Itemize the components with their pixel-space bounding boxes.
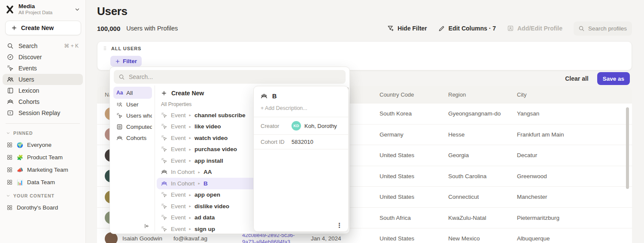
- product-team-emoji: 🧩: [17, 155, 23, 161]
- workspace-name: Media: [18, 3, 70, 10]
- plus-icon: [115, 59, 120, 64]
- add-filter-button[interactable]: Filter: [110, 56, 142, 67]
- hide-filter-button[interactable]: Hide Filter: [387, 25, 427, 32]
- search-profiles-box[interactable]: [574, 21, 632, 36]
- events-icon: [161, 214, 167, 221]
- add-edit-profile-button[interactable]: Add/Edit Profile: [507, 25, 562, 32]
- add-description-button[interactable]: + Add Description...: [254, 103, 348, 117]
- sidebar: Media All Project Data Create New Search…: [0, 0, 86, 243]
- board-label: Product Team: [27, 154, 63, 161]
- plus-icon: [161, 90, 167, 96]
- drag-handle-icon[interactable]: [102, 46, 108, 51]
- creator-name: Koh, Dorothy: [304, 123, 337, 129]
- sidebar-item-users[interactable]: Users: [3, 74, 83, 85]
- sidebar-item-lexicon[interactable]: Lexicon: [3, 85, 83, 96]
- category-all[interactable]: Aa All: [113, 87, 152, 99]
- user-region: South Carolina: [448, 173, 517, 179]
- edit-columns-button[interactable]: Edit Columns · 7: [438, 25, 496, 32]
- user-country: South Korea: [380, 110, 448, 117]
- user-date: Jan 4, 2024: [311, 235, 380, 242]
- computed-icon: [116, 124, 123, 130]
- sidebar-nav: Search ⌘ + K Discover Events Users Lexic…: [0, 40, 85, 118]
- sidebar-item-discover[interactable]: Discover: [3, 52, 83, 63]
- session-replay-icon: [7, 109, 14, 116]
- aa-icon: Aa: [116, 90, 123, 96]
- events-icon: [161, 123, 167, 130]
- user-email: fo@ikavaf.ag: [173, 235, 242, 242]
- sidebar-board-dorothys-board[interactable]: Dorothy's Board: [3, 202, 83, 213]
- profile-card-icon: [507, 25, 514, 32]
- board-grid-icon: [6, 154, 13, 161]
- dropdown-search-box[interactable]: [114, 70, 346, 84]
- creator-label: Creator: [261, 123, 292, 129]
- pinned-label: PINNED: [13, 131, 33, 136]
- user-region: New Mexico: [448, 235, 517, 242]
- sidebar-item-search[interactable]: Search ⌘ + K: [3, 40, 83, 52]
- column-header-country-code[interactable]: Country Code: [380, 91, 448, 98]
- pinned-section-header[interactable]: PINNED: [0, 128, 85, 138]
- collapse-panel-icon[interactable]: [143, 223, 150, 229]
- search-profiles-input[interactable]: [588, 25, 627, 32]
- cohorts-icon: [261, 93, 267, 100]
- creator-avatar: KD: [292, 121, 301, 131]
- sidebar-board-data-team[interactable]: 📊 Data Team: [3, 176, 83, 188]
- user-city: Albuquerque: [517, 235, 632, 242]
- create-new-button[interactable]: Create New: [5, 21, 81, 35]
- filter-card: ALL USERS Filter: [97, 41, 632, 70]
- user-city: Greenwood: [517, 173, 632, 179]
- nav-label: Session Replay: [18, 109, 60, 116]
- dropdown-create-label: Create New: [171, 90, 204, 97]
- add-edit-profile-label: Add/Edit Profile: [517, 25, 562, 32]
- events-icon: [161, 146, 167, 152]
- category-label: Users who di...: [126, 112, 152, 119]
- sidebar-item-session-replay[interactable]: Session Replay: [3, 107, 83, 118]
- chevron-down-icon: [74, 6, 80, 12]
- user-region: Georgia: [448, 152, 517, 158]
- nav-label: Events: [18, 65, 37, 72]
- category-computed[interactable]: Computed: [113, 121, 152, 132]
- nav-label: Search: [18, 43, 37, 49]
- user-count: 100,000: [97, 25, 120, 32]
- dropdown-categories: Aa All User Users who di... Computed Coh…: [110, 85, 155, 231]
- sidebar-board-product-team[interactable]: 🧩 Product Team: [3, 152, 83, 163]
- category-cohorts[interactable]: Cohorts: [113, 132, 152, 143]
- your-content-section-header[interactable]: YOUR CONTENT: [0, 191, 85, 201]
- column-header-region[interactable]: Region: [448, 91, 517, 98]
- user-name: Isaiah Goodwin: [122, 235, 162, 242]
- nav-label: Discover: [18, 54, 42, 61]
- app-logo-icon: [5, 5, 15, 14]
- board-label: Everyone: [27, 142, 52, 148]
- sidebar-item-events[interactable]: Events: [3, 63, 83, 74]
- nav-label: Lexicon: [18, 87, 39, 94]
- dropdown-search-input[interactable]: [129, 73, 341, 80]
- events-icon: [161, 226, 167, 232]
- lexicon-icon: [7, 87, 14, 94]
- user-city: Pietermaritzburg: [517, 215, 632, 221]
- sidebar-board-everyone[interactable]: 🌍 Everyone: [3, 139, 83, 151]
- nav-label: Users: [18, 76, 34, 83]
- clear-all-button[interactable]: Clear all: [565, 75, 588, 82]
- category-label: Computed: [126, 124, 152, 130]
- category-users-who-did[interactable]: Users who di...: [113, 110, 152, 121]
- user-properties-icon: [116, 101, 123, 108]
- project-switcher[interactable]: Media All Project Data: [0, 0, 85, 17]
- column-header-city[interactable]: City: [517, 91, 632, 98]
- sidebar-board-marketing-team[interactable]: 📣 Marketing Team: [3, 164, 83, 176]
- cohort-id-row: Cohort ID 5832010: [254, 135, 348, 149]
- board-label: Marketing Team: [27, 167, 68, 173]
- user-region: Connecticut: [448, 194, 517, 200]
- user-region: Hesse: [448, 131, 517, 138]
- filter-group-label: ALL USERS: [111, 46, 141, 51]
- sidebar-item-cohorts[interactable]: Cohorts: [3, 96, 83, 107]
- chevron-down-icon: [6, 131, 10, 135]
- board-grid-icon: [6, 179, 13, 185]
- search-icon: [118, 74, 125, 80]
- category-user[interactable]: User: [113, 99, 152, 110]
- events-icon: [161, 112, 167, 118]
- board-label: Dorothy's Board: [17, 204, 58, 211]
- user-city: Yangsan: [517, 110, 632, 117]
- table-scrollbar[interactable]: [626, 107, 629, 189]
- category-label: Cohorts: [126, 135, 146, 141]
- save-as-button[interactable]: Save as: [597, 72, 630, 85]
- more-options-icon[interactable]: ⋮: [336, 224, 342, 227]
